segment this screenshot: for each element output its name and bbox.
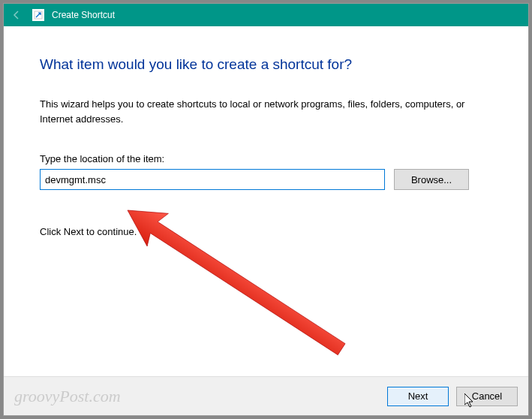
location-input[interactable] bbox=[40, 169, 385, 190]
wizard-body: What item would you like to create a sho… bbox=[4, 26, 528, 245]
shortcut-wizard-icon bbox=[32, 9, 44, 21]
continue-hint: Click Next to continue. bbox=[40, 226, 492, 237]
wizard-description: This wizard helps you to create shortcut… bbox=[40, 97, 492, 126]
location-label: Type the location of the item: bbox=[40, 153, 492, 164]
footer-buttons: Next Cancel bbox=[387, 387, 518, 406]
next-button[interactable]: Next bbox=[387, 387, 449, 406]
location-row: Browse... bbox=[40, 169, 492, 190]
wizard-heading: What item would you like to create a sho… bbox=[40, 56, 492, 73]
cancel-button[interactable]: Cancel bbox=[456, 387, 518, 406]
wizard-window: Create Shortcut What item would you like… bbox=[3, 3, 529, 416]
wizard-footer: groovyPost.com Next Cancel bbox=[4, 376, 528, 415]
browse-button[interactable]: Browse... bbox=[394, 169, 469, 190]
titlebar: Create Shortcut bbox=[4, 4, 528, 26]
window-title: Create Shortcut bbox=[52, 10, 115, 20]
watermark-text: groovyPost.com bbox=[14, 387, 387, 406]
back-icon bbox=[10, 8, 23, 22]
